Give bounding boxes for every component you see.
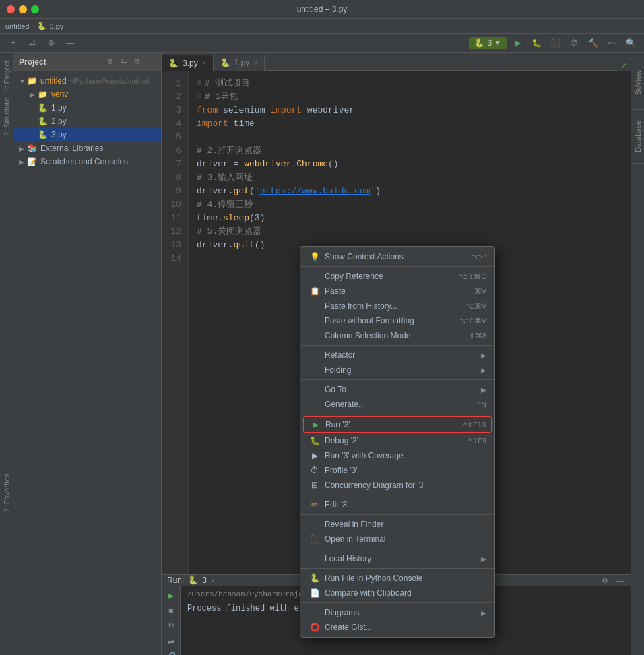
hide-panel-button[interactable]: — — [145, 57, 156, 67]
run-coverage-icon: ▶ — [309, 451, 321, 460]
search-button[interactable]: 🔍 — [622, 36, 639, 51]
build-button[interactable]: 🔨 — [585, 36, 601, 51]
cm-paste-no-format[interactable]: Paste without Formatting ⌥⇧⌘V — [300, 313, 494, 328]
cm-goto[interactable]: Go To ▶ — [300, 382, 494, 397]
run-wrap-button[interactable]: ⇌ — [164, 635, 178, 648]
sidebar-item-database[interactable]: Database — [631, 110, 645, 164]
cm-show-context[interactable]: 💡 Show Context Actions ⌥↩ — [300, 249, 494, 264]
run-button[interactable]: ▶ — [509, 36, 525, 51]
run-config-selector[interactable]: 🐍 3 ▼ — [469, 37, 507, 49]
add-module-button[interactable]: ⊕ — [104, 57, 115, 67]
new-file-button[interactable]: + — [5, 36, 22, 51]
sidebar-item-favorites[interactable]: 2: Favorites — [0, 466, 13, 520]
tree-item-venv[interactable]: ▶ 📁 venv — [13, 88, 161, 101]
cm-local-history[interactable]: Local History ▶ — [300, 551, 494, 566]
cm-diagrams[interactable]: Diagrams ▶ — [300, 605, 494, 620]
cm-concurrency[interactable]: ⊞ Concurrency Diagram for '3' — [300, 478, 494, 493]
cm-refactor[interactable]: Refactor ▶ — [300, 348, 494, 363]
cm-sep-9 — [300, 602, 494, 603]
project-tree: ▼ 📁 untitled ~/PycharmProjects/untitled … — [13, 71, 161, 655]
cm-compare-clipboard[interactable]: 📄 Compare with Clipboard — [300, 586, 494, 600]
cm-sep-4 — [300, 414, 494, 414]
close-panel-button[interactable]: — — [62, 36, 78, 51]
code-line-9: driver.get('https://www.baidu.com') — [197, 185, 622, 198]
project-panel-header: Project ⊕ ⇋ ⚙ — — [13, 53, 161, 71]
collapse-all-button[interactable]: ⇋ — [118, 57, 129, 67]
cm-sep-6 — [300, 514, 494, 515]
coverage-button[interactable]: ⬛ — [547, 36, 563, 51]
profile-button[interactable]: ⏱ — [566, 36, 582, 51]
cm-run-coverage[interactable]: ▶ Run '3' with Coverage — [300, 448, 494, 463]
run-close-icon[interactable]: × — [211, 577, 215, 584]
refactor-arrow: ▶ — [481, 352, 486, 359]
cm-debug3[interactable]: 🐛 Debug '3' ^⇧F9 — [300, 433, 494, 448]
more-button[interactable]: ⋯ — [604, 36, 620, 51]
project-settings-button[interactable]: ⚙ — [131, 57, 142, 67]
cm-copy-ref[interactable]: Copy Reference ⌥⇧⌘C — [300, 269, 494, 284]
run3-icon: ▶ — [309, 420, 321, 429]
run-hide-button[interactable]: — — [614, 575, 625, 586]
local-history-arrow: ▶ — [481, 555, 486, 563]
cm-run-python-console[interactable]: 🐍 Run File in Python Console — [300, 571, 494, 586]
cm-reveal-finder[interactable]: Reveal in Finder — [300, 517, 494, 532]
code-line-2: ⊖# 1导包 — [197, 90, 622, 104]
cm-create-gist[interactable]: ⭕ Create Gist... — [300, 620, 494, 635]
cm-folding[interactable]: Folding ▶ — [300, 363, 494, 377]
run-python-console-icon: 🐍 — [309, 573, 321, 583]
cm-profile3[interactable]: ⏱ Profile '3' — [300, 463, 494, 478]
maximize-button[interactable] — [31, 5, 39, 13]
cm-paste-history[interactable]: Paste from History... ⌥⌘V — [300, 299, 494, 313]
cm-open-terminal[interactable]: ⬛ Open in Terminal — [300, 532, 494, 547]
code-line-8: # 3.输入网址 — [197, 171, 622, 185]
close-button[interactable] — [7, 5, 15, 13]
run-softref-button[interactable]: 🔗 — [164, 650, 178, 655]
paste-icon: 📋 — [309, 286, 321, 296]
sidebar-item-project[interactable]: 1: Project — [0, 56, 13, 96]
line-numbers: 1 2 3 4 5 6 7 8 9 10 11 12 13 14 — [162, 71, 189, 574]
tab-3py-label: 3.py — [183, 59, 198, 68]
breadcrumb-file[interactable]: 3.py — [49, 22, 63, 30]
breadcrumb-file-icon: 🐍 — [37, 22, 46, 30]
bulb-icon: 💡 — [309, 252, 321, 261]
main-toolbar: + ⇄ ⚙ — 🐍 3 ▼ ▶ 🐛 ⬛ ⏱ 🔨 ⋯ 🔍 — [0, 34, 644, 53]
cm-column-select[interactable]: Column Selection Mode ⇧⌘8 — [300, 328, 494, 343]
tab-3py-close[interactable]: × — [202, 59, 206, 67]
cm-paste[interactable]: 📋 Paste ⌘V — [300, 284, 494, 299]
folding-arrow: ▶ — [481, 367, 486, 374]
sync-button[interactable]: ⇄ — [24, 36, 40, 51]
breadcrumb-project[interactable]: untitled — [5, 22, 29, 30]
context-menu: 💡 Show Context Actions ⌥↩ Copy Reference… — [300, 246, 495, 638]
tab-1py-close[interactable]: × — [253, 59, 257, 67]
tree-item-1py[interactable]: ▶ 🐍 1.py — [13, 101, 161, 115]
cm-run3[interactable]: ▶ Run '3' ^⇧F10 — [303, 416, 492, 433]
run-rerun-button[interactable]: ↻ — [164, 619, 178, 632]
run-play-button[interactable]: ▶ — [164, 589, 178, 602]
concurrency-icon: ⊞ — [309, 480, 321, 490]
code-line-6: # 2.打开浏览器 — [197, 144, 622, 158]
debug-button[interactable]: 🐛 — [528, 36, 544, 51]
minimize-button[interactable] — [19, 5, 27, 13]
run-stop-button[interactable]: ■ — [164, 604, 178, 617]
edit3-icon: ✏ — [309, 500, 321, 509]
tab-1py[interactable]: 🐍 1.py × — [214, 55, 265, 71]
tree-item-3py[interactable]: ▶ 🐍 3.py — [13, 128, 161, 142]
tree-item-2py[interactable]: ▶ 🐍 2.py — [13, 115, 161, 128]
tree-item-scratches[interactable]: ▶ 📝 Scratches and Consoles — [13, 155, 161, 168]
run-config-name: 3 — [202, 575, 207, 585]
settings-button[interactable]: ⚙ — [43, 36, 59, 51]
cm-sep-7 — [300, 549, 494, 549]
run-config-arrow: ▼ — [494, 39, 501, 46]
cm-generate[interactable]: Generate... ^N — [300, 397, 494, 412]
cm-sep-3 — [300, 379, 494, 380]
gutter-check: ✓ — [617, 61, 631, 71]
sidebar-item-structure[interactable]: 2: Structure — [0, 96, 13, 137]
tab-3py[interactable]: 🐍 3.py × — [162, 55, 214, 71]
sidebar-item-scview[interactable]: ScView — [631, 56, 645, 110]
run-settings-button[interactable]: ⚙ — [600, 575, 610, 586]
cm-edit3[interactable]: ✏ Edit '3'... — [300, 497, 494, 512]
code-line-7: driver = webdriver.Chrome() — [197, 158, 622, 171]
editor-tabs: 🐍 3.py × 🐍 1.py × ✓ — [162, 53, 631, 71]
tree-item-ext-libs[interactable]: ▶ 📚 External Libraries — [13, 142, 161, 155]
tree-item-root[interactable]: ▼ 📁 untitled ~/PycharmProjects/untitled — [13, 74, 161, 88]
code-line-5 — [197, 131, 622, 144]
